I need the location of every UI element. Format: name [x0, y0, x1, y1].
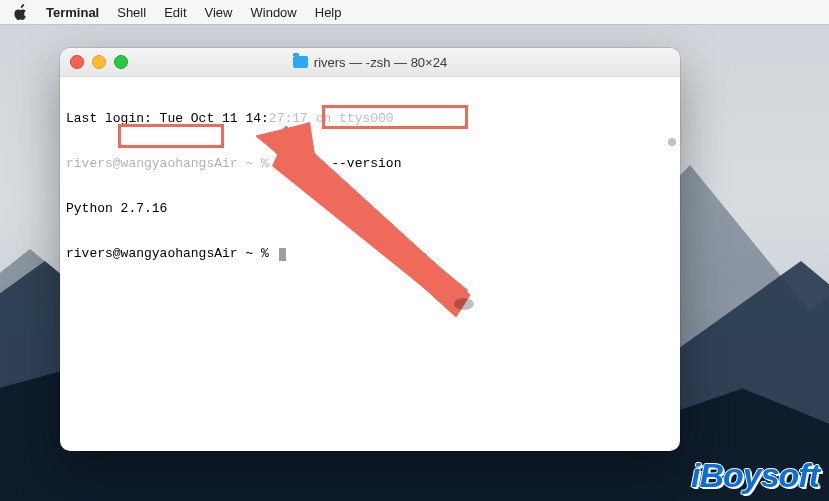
scrollbar[interactable]: [664, 78, 678, 448]
menu-item-edit[interactable]: Edit: [164, 5, 186, 20]
window-titlebar[interactable]: rivers — -zsh — 80×24: [60, 48, 680, 77]
terminal-line-prompt: rivers@wangyaohangsAir ~ %: [66, 246, 674, 261]
menu-item-shell[interactable]: Shell: [117, 5, 146, 20]
menu-item-window[interactable]: Window: [251, 5, 297, 20]
minimize-button[interactable]: [92, 55, 106, 69]
terminal-window: rivers — -zsh — 80×24 Last login: Tue Oc…: [60, 48, 680, 451]
close-button[interactable]: [70, 55, 84, 69]
terminal-line-command: rivers@wangyaohangsAir ~ % Python --vers…: [66, 156, 674, 171]
cursor-icon: [279, 248, 286, 261]
scrollbar-thumb[interactable]: [668, 138, 676, 146]
terminal-line-output: Python 2.7.16: [66, 201, 674, 216]
folder-icon: [293, 56, 308, 68]
menu-item-view[interactable]: View: [205, 5, 233, 20]
zoom-button[interactable]: [114, 55, 128, 69]
watermark-text: iBoysoft: [691, 456, 819, 495]
annotation-highlight-output: [118, 124, 224, 148]
apple-logo-icon[interactable]: [14, 4, 28, 20]
menu-app-name[interactable]: Terminal: [46, 5, 99, 20]
mac-menu-bar: Terminal Shell Edit View Window Help: [0, 0, 829, 24]
terminal-content[interactable]: Last login: Tue Oct 11 14:27:17 on ttys0…: [60, 77, 680, 451]
window-title-text: rivers — -zsh — 80×24: [314, 55, 447, 70]
terminal-line-last-login: Last login: Tue Oct 11 14:27:17 on ttys0…: [66, 111, 674, 126]
window-traffic-lights: [70, 55, 128, 69]
window-title: rivers — -zsh — 80×24: [60, 55, 680, 70]
output-text: Python 2.7.16: [66, 201, 167, 216]
desktop-background: Terminal Shell Edit View Window Help riv…: [0, 0, 829, 501]
command-text: Python --version: [277, 156, 402, 171]
menu-item-help[interactable]: Help: [315, 5, 342, 20]
